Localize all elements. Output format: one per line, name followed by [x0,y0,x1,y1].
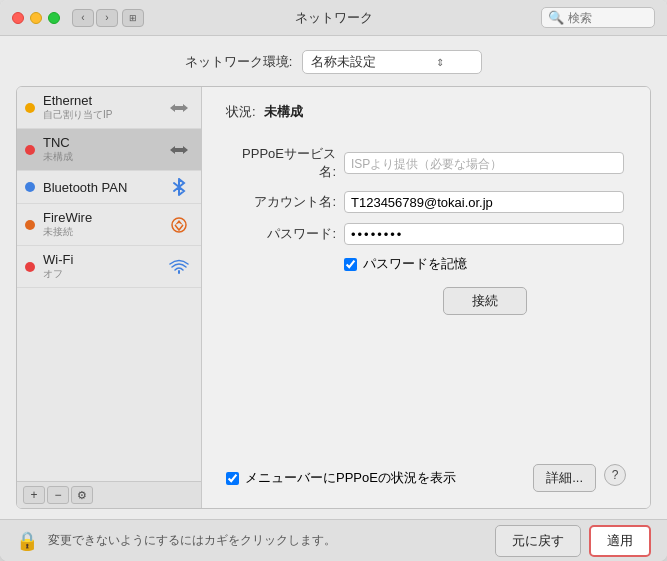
detail-bottom: メニューバーにPPPoEの状況を表示 詳細... ? [226,464,626,492]
network-window: ‹ › ⊞ ネットワーク 🔍 ネットワーク環境: 名称未設定 ⇕ [0,0,667,561]
sidebar-item-tnc[interactable]: TNC 未構成 [17,129,201,171]
env-label: ネットワーク環境: [185,53,293,71]
bottom-right-buttons: 元に戻す 適用 [495,525,651,557]
sidebar-item-wifi-sub: オフ [43,267,165,281]
show-menubar-label: メニューバーにPPPoEの状況を表示 [245,469,456,487]
status-label: 状況: [226,103,256,121]
minimize-button[interactable] [30,12,42,24]
env-select[interactable]: 名称未設定 ⇕ [302,50,482,74]
sidebar-item-ethernet-text: Ethernet 自己割り当てIP [43,93,165,122]
titlebar: ‹ › ⊞ ネットワーク 🔍 [0,0,667,36]
form-section: PPPoEサービス名: アカウント名: パスワード: パスワードを記憶 [226,145,626,464]
arrows-icon-tnc [165,140,193,160]
env-bar: ネットワーク環境: 名称未設定 ⇕ [16,46,651,78]
status-dot-ethernet [25,103,35,113]
window-title: ネットワーク [295,9,373,27]
account-label: アカウント名: [226,193,336,211]
close-button[interactable] [12,12,24,24]
sidebar-item-wifi[interactable]: Wi-Fi オフ [17,246,201,288]
sidebar-item-bluetooth-name: Bluetooth PAN [43,180,165,195]
status-row: 状況: 未構成 [226,103,626,121]
status-dot-bluetooth [25,182,35,192]
sidebar-item-tnc-text: TNC 未構成 [43,135,165,164]
save-password-row: パスワードを記憶 [344,255,626,273]
add-network-button[interactable]: + [23,486,45,504]
sidebar-item-tnc-sub: 未構成 [43,150,165,164]
search-box[interactable]: 🔍 [541,7,655,28]
pppoe-label: PPPoEサービス名: [226,145,336,181]
main-content: ネットワーク環境: 名称未設定 ⇕ Ethernet 自己割り当てIP [0,36,667,519]
sidebar-item-bluetooth-text: Bluetooth PAN [43,180,165,195]
sidebar-item-bluetooth[interactable]: Bluetooth PAN [17,171,201,204]
search-input[interactable] [568,11,648,25]
traffic-lights [12,12,60,24]
sidebar-item-ethernet[interactable]: Ethernet 自己割り当てIP [17,87,201,129]
status-dot-firewire [25,220,35,230]
remove-network-button[interactable]: − [47,486,69,504]
sidebar-item-wifi-text: Wi-Fi オフ [43,252,165,281]
back-button[interactable]: ‹ [72,9,94,27]
sidebar-item-wifi-name: Wi-Fi [43,252,165,267]
account-input[interactable] [344,191,624,213]
password-row: パスワード: [226,223,626,245]
show-menubar-row: メニューバーにPPPoEの状況を表示 [226,469,456,487]
help-button[interactable]: ? [604,464,626,486]
firewire-icon [165,215,193,235]
save-password-label: パスワードを記憶 [363,255,467,273]
lock-text: 変更できないようにするにはカギをクリックします。 [48,532,485,549]
status-dot-wifi [25,262,35,272]
status-dot-tnc [25,145,35,155]
search-icon: 🔍 [548,10,564,25]
sidebar-item-firewire-text: FireWire 未接続 [43,210,165,239]
pppoe-row: PPPoEサービス名: [226,145,626,181]
sidebar: Ethernet 自己割り当てIP TNC [17,87,202,508]
advanced-button[interactable]: 詳細... [533,464,596,492]
sidebar-list: Ethernet 自己割り当てIP TNC [17,87,201,481]
grid-button[interactable]: ⊞ [122,9,144,27]
nav-buttons: ‹ › [72,9,118,27]
arrows-icon [165,98,193,118]
sidebar-item-firewire[interactable]: FireWire 未接続 [17,204,201,246]
chevron-down-icon: ⇕ [436,57,444,68]
connect-button[interactable]: 接続 [443,287,527,315]
network-gear-button[interactable]: ⚙ [71,486,93,504]
sidebar-item-firewire-sub: 未接続 [43,225,165,239]
account-row: アカウント名: [226,191,626,213]
sidebar-item-firewire-name: FireWire [43,210,165,225]
sidebar-item-ethernet-name: Ethernet [43,93,165,108]
revert-button[interactable]: 元に戻す [495,525,581,557]
forward-button[interactable]: › [96,9,118,27]
bluetooth-icon [165,177,193,197]
sidebar-item-ethernet-sub: 自己割り当てIP [43,108,165,122]
show-menubar-checkbox[interactable] [226,472,239,485]
lock-icon[interactable]: 🔒 [16,530,38,552]
status-value: 未構成 [264,103,303,121]
detail-pane: 状況: 未構成 PPPoEサービス名: アカウント名: パスワード: [202,87,650,508]
pppoe-input[interactable] [344,152,624,174]
bottom-bar: 🔒 変更できないようにするにはカギをクリックします。 元に戻す 適用 [0,519,667,561]
wifi-icon [165,257,193,277]
connect-btn-row: 接続 [344,287,626,315]
sidebar-toolbar: + − ⚙ [17,481,201,508]
password-label: パスワード: [226,225,336,243]
save-password-checkbox[interactable] [344,258,357,271]
password-input[interactable] [344,223,624,245]
detail-bottom-right: 詳細... ? [533,464,626,492]
env-select-value: 名称未設定 [311,53,376,71]
sidebar-item-tnc-name: TNC [43,135,165,150]
maximize-button[interactable] [48,12,60,24]
apply-button[interactable]: 適用 [589,525,651,557]
two-col-layout: Ethernet 自己割り当てIP TNC [16,86,651,509]
